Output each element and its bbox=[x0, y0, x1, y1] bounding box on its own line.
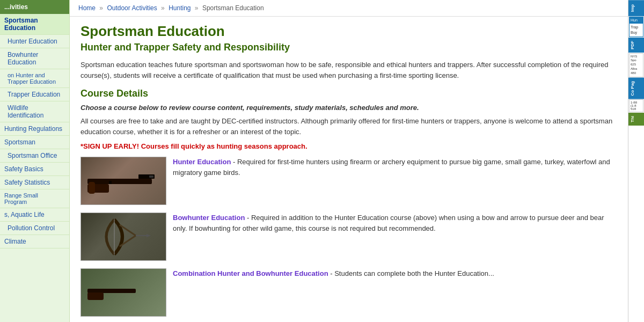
left-sidebar: ...ivities Sportsman Education Hunter Ed… bbox=[0, 0, 70, 322]
signup-alert: *SIGN UP EARLY! Courses fill quickly as … bbox=[80, 142, 617, 150]
course-text-bowhunter: Bowhunter Education - Required in additi… bbox=[173, 213, 617, 233]
course-item-combo: Combination Hunter and Bowhunter Educati… bbox=[80, 268, 617, 317]
sidebar-item-sportsman-office[interactable]: Sportsman Office bbox=[0, 149, 69, 163]
course-text-combo: Combination Hunter and Bowhunter Educati… bbox=[173, 268, 617, 279]
main-content: Home » Outdoor Activities » Hunting » Sp… bbox=[70, 0, 628, 322]
svg-rect-9 bbox=[87, 289, 136, 293]
hunter-info: Hun Trap Buy bbox=[629, 17, 643, 36]
contact-info-block: NYS Spo 625 Alba 480 bbox=[629, 53, 643, 77]
breadcrumb-current: Sportsman Education bbox=[202, 4, 264, 12]
sidebar-item-hunter-ed[interactable]: Hunter Education bbox=[0, 35, 69, 48]
combo-icon bbox=[82, 270, 165, 316]
svg-marker-8 bbox=[147, 234, 151, 237]
page-subtitle: Hunter and Trapper Safety and Responsibi… bbox=[80, 42, 617, 53]
svg-rect-3 bbox=[109, 181, 112, 184]
svg-rect-4 bbox=[149, 175, 153, 178]
sidebar-item-hunting-regs[interactable]: Hunting Regulations bbox=[0, 122, 69, 136]
course-text-hunter: Hunter Education - Required for first-ti… bbox=[173, 157, 617, 178]
combo-ed-link[interactable]: Combination Hunter and Bowhunter Educati… bbox=[173, 269, 328, 277]
svg-rect-0 bbox=[87, 179, 152, 184]
course-image-bowhunter bbox=[80, 213, 166, 261]
phone-block: 1-88 (1-8 518 bbox=[629, 99, 643, 112]
breadcrumb-home[interactable]: Home bbox=[78, 4, 96, 12]
sidebar-item-aquatic[interactable]: s, Aquatic Life bbox=[0, 208, 69, 222]
bow-icon bbox=[82, 214, 165, 260]
sidebar-item-wildlife-id[interactable]: Wildlife Identification bbox=[0, 101, 69, 122]
choose-text: Choose a course below to review course c… bbox=[80, 104, 617, 112]
hunter-ed-link[interactable]: Hunter Education bbox=[173, 158, 231, 166]
intro-paragraph: Sportsman education teaches future sport… bbox=[80, 60, 617, 80]
sidebar-item-bowhunter-ed[interactable]: Bowhunter Education bbox=[0, 48, 69, 69]
sidebar-item-climate[interactable]: Climate bbox=[0, 235, 69, 248]
course-item-hunter: Hunter Education - Required for first-ti… bbox=[80, 157, 617, 205]
sidebar-item-safety-basics[interactable]: Safety Basics bbox=[0, 163, 69, 176]
breadcrumb: Home » Outdoor Activities » Hunting » Sp… bbox=[70, 0, 628, 17]
course-image-hunter bbox=[80, 157, 166, 205]
hunter-tab[interactable]: Hun bbox=[630, 17, 643, 24]
course-details-heading: Course Details bbox=[80, 88, 617, 99]
pdf-tab[interactable]: PDF bbox=[628, 38, 644, 53]
sidebar-header: ...ivities bbox=[0, 0, 69, 14]
right-panel: Imp Hun Trap Buy PDF NYS Spo 625 Alba 48… bbox=[628, 0, 644, 322]
sidebar-item-trapper-ed[interactable]: Trapper Education bbox=[0, 88, 69, 101]
all-courses-text: All courses are free to take and are tau… bbox=[80, 116, 617, 137]
this-tab[interactable]: Thi bbox=[628, 113, 644, 126]
svg-rect-10 bbox=[87, 292, 104, 300]
course-item-bowhunter: Bowhunter Education - Required in additi… bbox=[80, 213, 617, 261]
bowhunter-ed-link[interactable]: Bowhunter Education bbox=[173, 214, 245, 222]
sidebar-item-range-program[interactable]: Range SmallProgram bbox=[0, 189, 69, 208]
contact-tab[interactable]: Co Pag bbox=[628, 78, 644, 99]
content-area: Sportsman Education Hunter and Trapper S… bbox=[70, 17, 628, 322]
breadcrumb-hunting[interactable]: Hunting bbox=[169, 4, 191, 12]
rifle-icon bbox=[82, 158, 165, 204]
course-image-combo bbox=[80, 268, 166, 317]
breadcrumb-outdoor[interactable]: Outdoor Activities bbox=[107, 4, 157, 12]
sidebar-item-safety-stats[interactable]: Safety Statistics bbox=[0, 176, 69, 189]
sidebar-item-sportsman-ed[interactable]: Sportsman Education bbox=[0, 14, 69, 35]
page-title: Sportsman Education bbox=[80, 23, 617, 40]
sidebar-item-sportsman2[interactable]: Sportsman bbox=[0, 136, 69, 149]
sidebar-item-on-hunter[interactable]: on Hunter andTrapper Education bbox=[0, 69, 69, 88]
sidebar-item-pollution[interactable]: Pollution Control bbox=[0, 222, 69, 235]
svg-rect-5 bbox=[89, 182, 95, 194]
imp-tab[interactable]: Imp bbox=[628, 0, 644, 16]
